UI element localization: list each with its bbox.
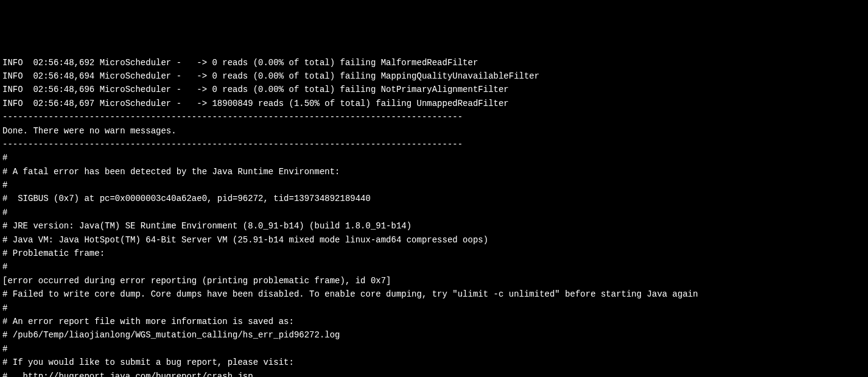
log-line: # A fatal error has been detected by the… — [2, 165, 866, 178]
log-line: # — [2, 178, 866, 192]
log-line: # — [2, 206, 866, 219]
log-line: # Java VM: Java HotSpot(TM) 64-Bit Serve… — [2, 233, 866, 247]
separator-line: ----------------------------------------… — [2, 110, 866, 124]
log-line: # /pub6/Temp/liaojianlong/WGS_mutation_c… — [2, 328, 866, 342]
log-line: # — [2, 260, 866, 273]
log-line: # — [2, 342, 866, 356]
log-line: INFO 02:56:48,692 MicroScheduler - -> 0 … — [2, 56, 866, 69]
log-line: # http://bugreport.java.com/bugreport/cr… — [2, 370, 866, 377]
log-line: # — [2, 301, 866, 315]
log-line: # If you would like to submit a bug repo… — [2, 356, 866, 369]
log-line: # — [2, 151, 866, 164]
separator-line: ----------------------------------------… — [2, 138, 866, 151]
log-line: [error occurred during error reporting (… — [2, 274, 866, 287]
log-line: # Problematic frame: — [2, 247, 866, 260]
log-line: # SIGBUS (0x7) at pc=0x0000003c40a62ae0,… — [2, 192, 866, 205]
log-line: # Failed to write core dump. Core dumps … — [2, 287, 866, 301]
log-line: INFO 02:56:48,696 MicroScheduler - -> 0 … — [2, 83, 866, 96]
log-line: Done. There were no warn messages. — [2, 124, 866, 138]
log-line: INFO 02:56:48,697 MicroScheduler - -> 18… — [2, 97, 866, 110]
log-line: # An error report file with more informa… — [2, 315, 866, 328]
log-line: INFO 02:56:48,694 MicroScheduler - -> 0 … — [2, 69, 866, 83]
terminal-output: INFO 02:56:48,692 MicroScheduler - -> 0 … — [2, 56, 866, 377]
log-line: # JRE version: Java(TM) SE Runtime Envir… — [2, 219, 866, 233]
